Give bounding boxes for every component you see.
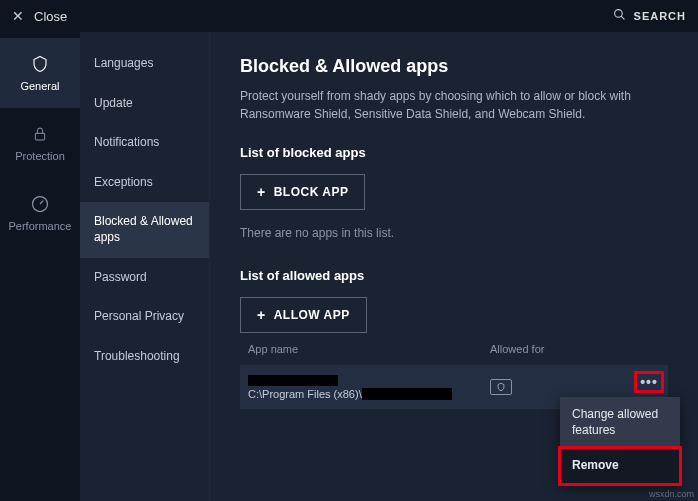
redacted-path-tail (362, 388, 452, 400)
allow-app-button[interactable]: + ALLOW APP (240, 297, 367, 333)
subnav-update[interactable]: Update (80, 84, 209, 124)
context-menu: Change allowed features Remove (560, 397, 680, 484)
shield-icon (30, 54, 50, 74)
blocked-heading: List of blocked apps (240, 145, 668, 160)
watermark: wsxdn.com (649, 489, 694, 499)
lock-icon (30, 124, 50, 144)
leftnav-label: Performance (9, 220, 72, 232)
leftnav-label: Protection (15, 150, 65, 162)
allowed-table-head: App name Allowed for (240, 333, 668, 365)
subnav-privacy[interactable]: Personal Privacy (80, 297, 209, 337)
subnav-languages[interactable]: Languages (80, 44, 209, 84)
topbar: ✕ Close SEARCH (0, 0, 698, 32)
allowed-for-cell (490, 379, 660, 395)
svg-point-0 (614, 10, 622, 18)
close-label: Close (34, 9, 67, 24)
svg-rect-2 (35, 133, 44, 140)
close-group[interactable]: ✕ Close (12, 8, 67, 24)
subnav-exceptions[interactable]: Exceptions (80, 163, 209, 203)
blocked-empty: There are no apps in this list. (240, 226, 668, 240)
plus-icon: + (257, 308, 266, 322)
subnav-notifications[interactable]: Notifications (80, 123, 209, 163)
col-app-name: App name (248, 343, 490, 355)
leftnav: General Protection Performance (0, 32, 80, 501)
page-desc: Protect yourself from shady apps by choo… (240, 87, 660, 123)
ctx-change-features[interactable]: Change allowed features (560, 397, 680, 448)
search-group[interactable]: SEARCH (613, 8, 686, 24)
webcam-shield-icon (490, 379, 512, 395)
subnav-troubleshooting[interactable]: Troubleshooting (80, 337, 209, 377)
app-cell: C:\Program Files (x86)\ (248, 375, 490, 400)
gauge-icon (30, 194, 50, 214)
row-more-button[interactable]: ••• (636, 373, 662, 391)
close-icon[interactable]: ✕ (12, 8, 24, 24)
svg-line-1 (621, 16, 624, 19)
subnav-blocked-allowed[interactable]: Blocked & Allowed apps (80, 202, 209, 257)
subnav-password[interactable]: Password (80, 258, 209, 298)
plus-icon: + (257, 185, 266, 199)
ctx-remove[interactable]: Remove (560, 448, 680, 484)
search-icon (613, 8, 626, 24)
page-title: Blocked & Allowed apps (240, 56, 668, 77)
allowed-heading: List of allowed apps (240, 268, 668, 283)
leftnav-protection[interactable]: Protection (0, 108, 80, 178)
leftnav-performance[interactable]: Performance (0, 178, 80, 248)
block-app-label: BLOCK APP (274, 185, 349, 199)
search-label: SEARCH (634, 10, 686, 22)
leftnav-label: General (20, 80, 59, 92)
svg-line-4 (40, 201, 43, 204)
leftnav-general[interactable]: General (0, 38, 80, 108)
block-app-button[interactable]: + BLOCK APP (240, 174, 365, 210)
col-allowed-for: Allowed for (490, 343, 660, 355)
allow-app-label: ALLOW APP (274, 308, 350, 322)
subnav: Languages Update Notifications Exception… (80, 32, 210, 501)
app-path: C:\Program Files (x86)\ (248, 388, 362, 400)
redacted-app-name (248, 375, 338, 386)
